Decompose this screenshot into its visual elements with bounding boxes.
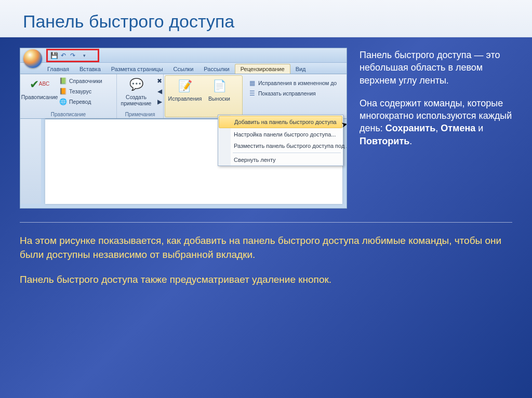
- group-label-spelling: Правописание: [24, 111, 112, 117]
- document-gutter: [20, 119, 41, 204]
- divider: [20, 222, 512, 223]
- qat-dropdown-icon[interactable]: ▾: [80, 51, 88, 60]
- menu-add-to-qat[interactable]: Добавить на панель быстрого доступа: [219, 116, 342, 128]
- ribbon: ✔ABC Правописание 📗Справочники 📙Тезаурус…: [20, 74, 347, 119]
- comment-delete-button[interactable]: ✖: [155, 76, 164, 86]
- tab-insert[interactable]: Вставка: [74, 64, 106, 74]
- bottom-paragraph-1: На этом рисунке показывается, как добави…: [20, 234, 512, 262]
- tab-mailings[interactable]: Рассылки: [198, 64, 234, 74]
- tab-home[interactable]: Главная: [42, 64, 74, 74]
- spelling-label: Правописание: [21, 94, 58, 100]
- translate-icon: 🌐: [59, 98, 67, 106]
- word-screenshot: 💾 ↶ ↷ ▾ Главная Вставка Разметка страниц…: [20, 48, 347, 209]
- show-markup-icon: ☰: [248, 89, 256, 98]
- menu-customize-qat[interactable]: Настройка панели быстрого доступа...: [218, 129, 343, 140]
- tab-review[interactable]: Рецензирование: [235, 64, 290, 74]
- spelling-button[interactable]: ✔ABC Правописание: [24, 76, 55, 100]
- quick-access-toolbar-highlight: 💾 ↶ ↷ ▾: [46, 49, 99, 62]
- tab-references[interactable]: Ссылки: [168, 64, 199, 74]
- menu-minimize-ribbon[interactable]: Свернуть ленту: [218, 154, 343, 166]
- menu-separator: [233, 153, 341, 153]
- comment-icon: 💬: [128, 76, 144, 93]
- bottom-explanation: На этом рисунке показывается, как добави…: [0, 226, 532, 287]
- ribbon-group-comments: 💬 Создать примечание ✖ ◀ ▶ Примечания: [117, 74, 164, 118]
- prev-icon: ◀: [155, 87, 164, 95]
- bottom-paragraph-2: Панель быстрого доступа также предусматр…: [20, 273, 512, 287]
- comment-next-button[interactable]: ▶: [155, 97, 164, 106]
- translate-button[interactable]: 🌐Перевод: [59, 97, 102, 106]
- spelling-check-icon: ✔ABC: [31, 76, 48, 93]
- research-button[interactable]: 📗Справочники: [59, 76, 102, 86]
- track-changes-label: Исправления: [168, 95, 202, 102]
- side-paragraph-2: Она содержит команды, которые многократн…: [360, 97, 512, 147]
- thesaurus-button[interactable]: 📙Тезаурус: [59, 87, 102, 96]
- markup-display-button[interactable]: ▦Исправления в измененном до: [248, 78, 337, 88]
- bold-undo: Отмена: [441, 123, 475, 133]
- ribbon-group-tracking: 📝 Исправления 📄 Выноски: [165, 75, 243, 117]
- bold-save: Сохранить: [385, 123, 435, 133]
- undo-icon[interactable]: ↶: [59, 51, 68, 60]
- context-menu: Добавить на панель быстрого доступа Наст…: [218, 115, 343, 166]
- next-icon: ▶: [155, 98, 164, 106]
- ribbon-group-spelling: ✔ABC Правописание 📗Справочники 📙Тезаурус…: [20, 74, 117, 118]
- book-icon: 📗: [59, 77, 67, 85]
- comment-prev-button[interactable]: ◀: [155, 87, 164, 96]
- markup-icon: ▦: [248, 79, 256, 87]
- save-icon[interactable]: 💾: [50, 51, 58, 60]
- slide-title: Панель быстрого доступа: [0, 0, 532, 37]
- office-button[interactable]: [23, 49, 42, 68]
- thesaurus-icon: 📙: [59, 87, 67, 95]
- ribbon-tabs: Главная Вставка Разметка страницы Ссылки…: [20, 63, 347, 74]
- balloons-label: Выноски: [208, 95, 230, 102]
- track-changes-icon: 📝: [177, 78, 193, 94]
- show-markup-button[interactable]: ☰Показать исправления: [248, 89, 337, 98]
- tab-view[interactable]: Вид: [290, 64, 311, 74]
- side-explanation: Панель быстрого доступа — это небольшая …: [360, 48, 512, 209]
- title-bar: 💾 ↶ ↷ ▾: [20, 48, 347, 63]
- bold-redo: Повторить: [360, 136, 409, 146]
- new-comment-label: Создать примечание: [121, 94, 152, 106]
- ribbon-group-markup: ▦Исправления в измененном до ☰Показать и…: [244, 74, 347, 118]
- tab-layout[interactable]: Разметка страницы: [106, 64, 168, 74]
- balloons-icon: 📄: [211, 78, 228, 94]
- balloons-button[interactable]: 📄 Выноски: [205, 78, 234, 102]
- new-comment-button[interactable]: 💬 Создать примечание: [121, 76, 151, 106]
- group-label-comments: Примечания: [121, 111, 159, 117]
- track-changes-button[interactable]: 📝 Исправления: [169, 78, 201, 102]
- redo-icon[interactable]: ↷: [69, 51, 77, 60]
- delete-icon: ✖: [155, 77, 164, 85]
- menu-qat-below-ribbon[interactable]: Разместить панель быстрого доступа под л…: [218, 140, 343, 152]
- side-paragraph-1: Панель быстрого доступа — это небольшая …: [360, 49, 512, 87]
